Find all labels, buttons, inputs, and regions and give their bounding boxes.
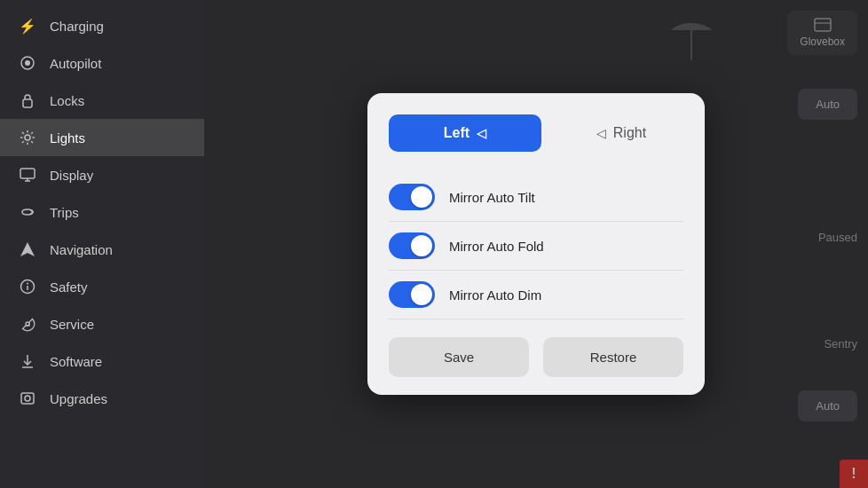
sidebar-item-autopilot[interactable]: Autopilot <box>0 44 204 82</box>
modal-overlay: Left ◁ ◁ Right Mirror Auto Tilt Mirror A… <box>204 0 868 488</box>
svg-rect-12 <box>20 169 35 178</box>
sidebar-item-label: Software <box>50 354 102 369</box>
sidebar-item-label: Autopilot <box>50 56 101 71</box>
mirror-auto-dim-toggle[interactable] <box>389 281 435 308</box>
sidebar-item-safety[interactable]: Safety <box>0 268 204 305</box>
sidebar-item-label: Display <box>50 168 93 183</box>
svg-point-23 <box>25 396 30 401</box>
sidebar-item-lights[interactable]: Lights <box>0 119 204 156</box>
tab-right-label: Right <box>613 125 646 141</box>
sidebar-item-label: Lights <box>50 130 85 146</box>
mirror-tab-left-button[interactable]: Left ◁ <box>389 114 541 152</box>
svg-point-19 <box>26 322 29 326</box>
mirror-auto-tilt-label: Mirror Auto Tilt <box>449 190 535 205</box>
lock-icon <box>18 91 37 110</box>
sidebar-item-trips[interactable]: Trips <box>0 193 204 231</box>
svg-rect-2 <box>23 99 32 107</box>
mirror-auto-fold-label: Mirror Auto Fold <box>449 239 544 254</box>
sidebar-item-service[interactable]: Service <box>0 305 204 342</box>
upgrades-icon <box>18 389 37 408</box>
sidebar-item-locks[interactable]: Locks <box>0 82 204 119</box>
svg-marker-15 <box>20 242 35 256</box>
svg-point-3 <box>25 135 30 140</box>
save-button[interactable]: Save <box>389 337 529 377</box>
sidebar-item-label: Upgrades <box>50 391 107 406</box>
navigation-icon <box>18 240 37 259</box>
mirror-right-icon: ◁ <box>596 126 606 140</box>
svg-line-8 <box>22 132 24 134</box>
toggle-row-auto-fold: Mirror Auto Fold <box>389 222 683 271</box>
mirror-auto-tilt-toggle[interactable] <box>389 184 435 210</box>
tab-left-label: Left <box>444 125 470 141</box>
mirror-tab-right-button[interactable]: ◁ Right <box>559 125 683 141</box>
svg-line-11 <box>22 141 24 143</box>
mirror-settings-modal: Left ◁ ◁ Right Mirror Auto Tilt Mirror A… <box>367 93 705 395</box>
sidebar: ⚡ Charging Autopilot Locks <box>0 0 204 488</box>
service-icon <box>18 314 37 334</box>
sidebar-item-display[interactable]: Display <box>0 156 204 193</box>
trips-icon <box>18 202 37 222</box>
sidebar-item-upgrades[interactable]: Upgrades <box>0 380 204 417</box>
toggle-row-auto-dim: Mirror Auto Dim <box>389 271 683 319</box>
software-icon <box>18 351 37 371</box>
mirror-auto-fold-toggle[interactable] <box>389 232 435 259</box>
sidebar-item-label: Service <box>50 317 94 332</box>
restore-button[interactable]: Restore <box>543 337 683 377</box>
toggle-row-auto-tilt: Mirror Auto Tilt <box>389 173 683 222</box>
sidebar-item-label: Charging <box>50 19 104 34</box>
svg-point-1 <box>25 60 30 66</box>
lights-icon <box>18 128 37 147</box>
mirror-tab-group: Left ◁ ◁ Right <box>389 114 683 152</box>
autopilot-icon <box>18 53 37 73</box>
sidebar-item-label: Navigation <box>50 242 113 257</box>
sidebar-item-label: Safety <box>50 279 88 295</box>
svg-line-10 <box>31 132 33 134</box>
charging-icon: ⚡ <box>18 16 37 35</box>
sidebar-item-label: Locks <box>50 93 84 108</box>
mirror-left-icon: ◁ <box>477 126 486 140</box>
sidebar-item-label: Trips <box>50 205 79 220</box>
svg-rect-22 <box>21 393 34 404</box>
sidebar-item-charging[interactable]: ⚡ Charging <box>0 7 204 44</box>
modal-actions: Save Restore <box>389 337 683 377</box>
safety-icon <box>18 277 37 296</box>
main-area: Glovebox Auto Paused Sentry Auto ! Left … <box>204 0 868 488</box>
svg-line-9 <box>31 141 33 143</box>
sidebar-item-software[interactable]: Software <box>0 342 204 380</box>
display-icon <box>18 165 37 185</box>
mirror-auto-dim-label: Mirror Auto Dim <box>449 287 541 303</box>
sidebar-item-navigation[interactable]: Navigation <box>0 231 204 268</box>
svg-point-18 <box>27 283 28 285</box>
